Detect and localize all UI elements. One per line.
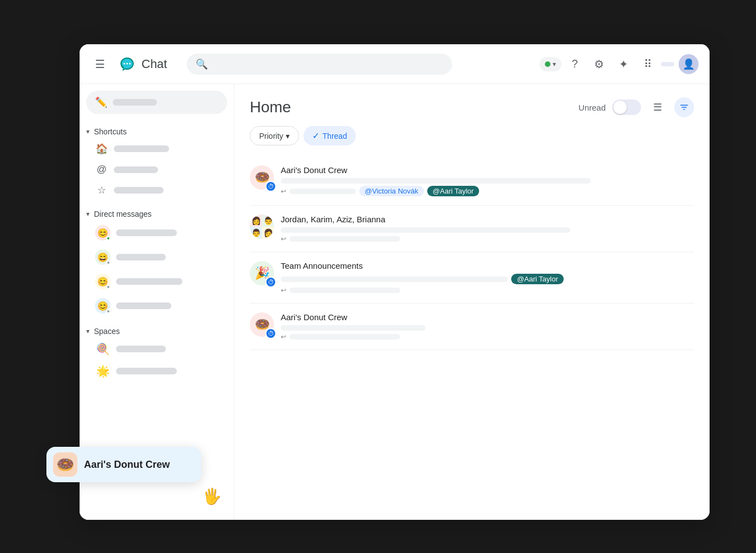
new-chat-button[interactable]: ✏️ bbox=[86, 91, 227, 114]
conv-line-2a bbox=[281, 227, 570, 233]
offline-dot-icon bbox=[106, 260, 111, 265]
conversation-item-1[interactable]: 🍩 ⏱ Aari's Donut Crew ↩ @Victoria Novák … bbox=[250, 156, 694, 206]
conv-line-4b bbox=[290, 334, 400, 340]
conv-line-3a bbox=[281, 276, 508, 282]
help-button[interactable]: ? bbox=[564, 53, 586, 75]
search-bar: 🔍 bbox=[187, 54, 452, 75]
gemini-button[interactable]: ✦ bbox=[612, 53, 634, 75]
reply-indicator-4: ↩ bbox=[281, 333, 286, 341]
dm-avatar-3: 😊 bbox=[95, 274, 111, 289]
spaces-section-header[interactable]: ▾ Spaces bbox=[80, 322, 234, 338]
conv-content-2: Jordan, Karim, Aziz, Brianna ↩ bbox=[281, 215, 694, 243]
unread-toggle[interactable] bbox=[612, 100, 641, 115]
thread-tab[interactable]: ✓ Thread bbox=[303, 126, 356, 145]
dm-4-label bbox=[116, 302, 171, 309]
dm-section-header[interactable]: ▾ Direct messages bbox=[80, 205, 234, 221]
conv-content-4: Aari's Donut Crew ↩ bbox=[281, 312, 694, 341]
mention-chip-victoria: @Victoria Novák bbox=[359, 186, 424, 196]
conv-reply-3a: @Aari Taylor bbox=[281, 274, 694, 284]
home-icon: 🏠 bbox=[95, 143, 108, 155]
google-chat-logo-icon bbox=[118, 55, 136, 73]
view-toggle-button[interactable]: ☰ bbox=[648, 97, 668, 117]
svg-point-1 bbox=[124, 62, 125, 64]
offline-dot-3-icon bbox=[106, 309, 111, 314]
sidebar-item-dm-2[interactable]: 😄 bbox=[80, 245, 227, 269]
group-photos: 👩 👨 👨 👩 bbox=[250, 215, 274, 239]
group-photo-4: 👩 bbox=[262, 227, 274, 239]
floating-tooltip: 🍩 Aari's Donut Crew bbox=[46, 447, 201, 482]
conv-avatar-4: 🍩 ⏱ bbox=[250, 312, 274, 337]
mention-chip-aari-1: @Aari Taylor bbox=[427, 186, 479, 196]
mentions-icon: @ bbox=[95, 164, 108, 175]
status-dot-icon bbox=[545, 61, 550, 67]
settings-button[interactable]: ⚙ bbox=[588, 53, 610, 75]
online-dot-icon bbox=[106, 236, 111, 241]
mention-chip-aari-2: @Aari Taylor bbox=[511, 274, 563, 284]
conv-line-3b bbox=[290, 288, 400, 293]
thread-badge-1: ⏱ bbox=[265, 181, 276, 192]
dm-avatar-2: 😄 bbox=[95, 249, 111, 265]
tooltip-emoji: 🍩 bbox=[53, 452, 77, 477]
conv-reply-3b: ↩ bbox=[281, 286, 694, 294]
toggle-knob bbox=[613, 101, 627, 114]
sidebar-item-space-2[interactable]: 🌟 bbox=[80, 360, 227, 382]
dm-title: Direct messages bbox=[94, 210, 151, 218]
hamburger-menu-icon[interactable]: ☰ bbox=[91, 53, 109, 75]
sidebar-item-starred[interactable]: ☆ bbox=[80, 180, 227, 201]
starred-label bbox=[114, 187, 164, 194]
spaces-chevron-icon: ▾ bbox=[86, 327, 90, 335]
starred-icon: ☆ bbox=[95, 184, 108, 196]
thread-tab-label: Thread bbox=[323, 132, 347, 140]
priority-tab-label: Priority bbox=[259, 132, 284, 140]
account-name-pill[interactable] bbox=[661, 62, 674, 66]
conversation-item-3[interactable]: 🎉 ⏱ Team Announcements @Aari Taylor ↩ bbox=[250, 252, 694, 304]
mentions-label bbox=[114, 166, 158, 173]
conv-line-2b bbox=[290, 236, 400, 242]
new-chat-icon: ✏️ bbox=[95, 96, 107, 108]
svg-point-2 bbox=[127, 62, 128, 64]
space-1-label bbox=[116, 346, 166, 352]
sidebar-item-dm-4[interactable]: 😊 bbox=[80, 294, 227, 318]
search-icon: 🔍 bbox=[196, 58, 208, 70]
content-header: Home Unread ☰ bbox=[250, 97, 694, 117]
reply-indicator-2: ↩ bbox=[281, 235, 286, 243]
home-label bbox=[114, 145, 169, 152]
conv-content-3: Team Announcements @Aari Taylor ↩ bbox=[281, 261, 694, 294]
cursor-hand-icon: 🖐 bbox=[202, 487, 222, 505]
top-bar-actions: ▾ ? ⚙ ✦ ⠿ 👤 bbox=[539, 53, 699, 75]
svg-point-3 bbox=[129, 62, 131, 64]
conversation-item-4[interactable]: 🍩 ⏱ Aari's Donut Crew ↩ bbox=[250, 304, 694, 350]
dm-chevron-icon: ▾ bbox=[86, 210, 90, 218]
space-2-icon: 🌟 bbox=[95, 364, 111, 378]
app-container: ☰ Chat 🔍 bbox=[46, 33, 710, 520]
conv-reply-2: ↩ bbox=[281, 235, 694, 243]
space-1-icon: 🍭 bbox=[95, 342, 111, 356]
filter-tabs: Priority ▾ ✓ Thread bbox=[250, 126, 694, 145]
account-avatar[interactable]: 👤 bbox=[679, 54, 699, 74]
conv-title-3: Team Announcements bbox=[281, 261, 694, 270]
conv-avatar-3: 🎉 ⏱ bbox=[250, 261, 274, 285]
sidebar-item-mentions[interactable]: @ bbox=[80, 159, 227, 180]
priority-chevron-icon: ▾ bbox=[286, 132, 290, 140]
sidebar-item-dm-1[interactable]: 😊 bbox=[80, 221, 227, 245]
conv-title-1: Aari's Donut Crew bbox=[281, 165, 694, 175]
status-dropdown[interactable]: ▾ bbox=[539, 57, 561, 71]
filter-button[interactable] bbox=[674, 97, 694, 117]
thread-badge-3: ⏱ bbox=[265, 276, 276, 288]
shortcuts-section-header[interactable]: ▾ Shortcuts bbox=[80, 123, 234, 138]
conversation-item-2[interactable]: 👩 👨 👨 👩 Jordan, Karim, Aziz, Brianna ↩ bbox=[250, 206, 694, 252]
priority-tab[interactable]: Priority ▾ bbox=[250, 126, 299, 145]
apps-button[interactable]: ⠿ bbox=[637, 53, 659, 75]
search-input-wrap[interactable]: 🔍 bbox=[187, 54, 452, 75]
new-chat-label bbox=[113, 99, 157, 106]
tooltip-name: Aari's Donut Crew bbox=[84, 459, 170, 471]
conv-line-1a bbox=[281, 178, 591, 184]
conv-content-1: Aari's Donut Crew ↩ @Victoria Novák @Aar… bbox=[281, 165, 694, 196]
sidebar-item-home[interactable]: 🏠 bbox=[80, 138, 227, 159]
conv-avatar-1: 🍩 ⏱ bbox=[250, 165, 274, 190]
header-actions: Unread ☰ bbox=[579, 97, 694, 117]
sidebar-item-dm-3[interactable]: 😊 bbox=[80, 269, 227, 294]
sidebar-item-space-1[interactable]: 🍭 bbox=[80, 338, 227, 360]
conv-title-4: Aari's Donut Crew bbox=[281, 312, 694, 322]
conv-title-2: Jordan, Karim, Aziz, Brianna bbox=[281, 215, 694, 224]
